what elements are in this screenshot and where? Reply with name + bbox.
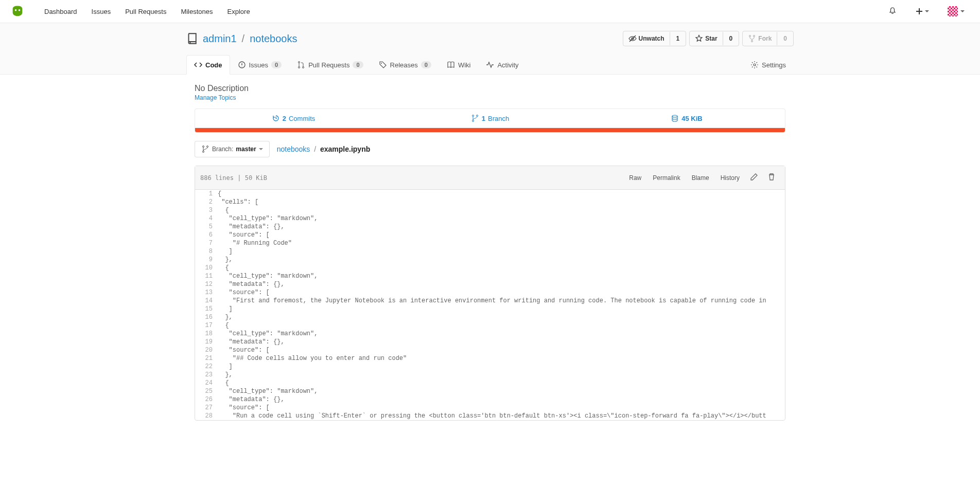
watch-button[interactable]: Unwatch 1	[623, 31, 687, 46]
line-number[interactable]: 17	[195, 321, 218, 330]
svg-point-3	[749, 35, 751, 37]
branch-dropdown[interactable]: Branch: master	[195, 141, 270, 157]
line-number[interactable]: 28	[195, 412, 218, 420]
line-content: "metadata": {},	[218, 223, 785, 231]
manage-topics-link[interactable]: Manage Topics	[195, 94, 236, 101]
svg-point-10	[381, 63, 382, 64]
nav-explore[interactable]: Explore	[220, 0, 257, 23]
notifications-icon[interactable]	[883, 7, 902, 16]
line-number[interactable]: 21	[195, 354, 218, 363]
svg-point-1	[19, 9, 21, 11]
size-link[interactable]: 45 KiB	[588, 109, 785, 128]
repo-owner-link[interactable]: admin1	[203, 33, 237, 45]
line-content: ]	[218, 305, 785, 313]
code-line: 22 ]	[195, 363, 785, 371]
branch-icon	[201, 145, 209, 153]
line-content: },	[218, 256, 785, 264]
line-number[interactable]: 20	[195, 346, 218, 354]
line-content: {	[218, 190, 785, 198]
file-meta: 886 lines | 50 KiB	[200, 174, 267, 182]
app-logo[interactable]	[10, 4, 25, 19]
fork-count[interactable]: 0	[777, 32, 793, 45]
user-menu[interactable]	[942, 6, 970, 16]
line-content: {	[218, 321, 785, 330]
line-content: },	[218, 371, 785, 379]
line-number[interactable]: 14	[195, 297, 218, 305]
star-button[interactable]: Star 0	[689, 31, 739, 46]
line-number[interactable]: 6	[195, 231, 218, 239]
book-icon	[447, 61, 455, 69]
line-number[interactable]: 3	[195, 206, 218, 214]
tab-code[interactable]: Code	[186, 55, 230, 75]
line-number[interactable]: 4	[195, 214, 218, 223]
code-line: 8 ]	[195, 247, 785, 256]
line-number[interactable]: 12	[195, 280, 218, 288]
line-number[interactable]: 23	[195, 371, 218, 379]
line-number[interactable]: 5	[195, 223, 218, 231]
line-number[interactable]: 19	[195, 338, 218, 346]
line-number[interactable]: 7	[195, 239, 218, 247]
repo-title: admin1 / notebooks	[186, 32, 297, 45]
nav-issues[interactable]: Issues	[84, 0, 118, 23]
tab-activity[interactable]: Activity	[478, 55, 526, 75]
nav-milestones[interactable]: Milestones	[173, 0, 220, 23]
code-icon	[194, 61, 202, 69]
line-number[interactable]: 15	[195, 305, 218, 313]
commits-count: 2	[283, 115, 286, 122]
line-content: "source": [	[218, 231, 785, 239]
tab-activity-label: Activity	[497, 61, 518, 69]
line-number[interactable]: 22	[195, 363, 218, 371]
line-content: "source": [	[218, 346, 785, 354]
breadcrumb-root[interactable]: notebooks	[277, 145, 310, 153]
language-bar[interactable]	[195, 128, 785, 133]
create-menu[interactable]	[910, 7, 934, 15]
nav-pull-requests[interactable]: Pull Requests	[118, 0, 173, 23]
branch-name: master	[236, 146, 256, 153]
line-number[interactable]: 24	[195, 379, 218, 387]
svg-point-17	[207, 146, 208, 148]
tab-pull-requests[interactable]: Pull Requests 0	[289, 55, 371, 75]
chevron-down-icon	[259, 147, 263, 151]
permalink-button[interactable]: Permalink	[647, 172, 685, 184]
line-number[interactable]: 26	[195, 395, 218, 404]
line-number[interactable]: 8	[195, 247, 218, 256]
svg-point-12	[472, 115, 474, 117]
repo-size: 45 KiB	[681, 115, 702, 122]
raw-button[interactable]: Raw	[624, 172, 646, 184]
line-number[interactable]: 9	[195, 256, 218, 264]
activity-icon	[486, 61, 494, 69]
pr-count-badge: 0	[353, 61, 363, 68]
code-line: 6 "source": [	[195, 231, 785, 239]
tab-settings-label: Settings	[762, 61, 786, 69]
watch-count[interactable]: 1	[670, 32, 686, 45]
line-number[interactable]: 1	[195, 190, 218, 198]
fork-button[interactable]: Fork 0	[742, 31, 794, 46]
line-number[interactable]: 13	[195, 288, 218, 297]
tab-issues[interactable]: Issues 0	[230, 55, 290, 75]
delete-button[interactable]	[763, 170, 780, 185]
tab-settings[interactable]: Settings	[743, 55, 794, 75]
line-content: ]	[218, 247, 785, 256]
tab-releases-label: Releases	[390, 61, 418, 69]
line-number[interactable]: 11	[195, 272, 218, 280]
commits-link[interactable]: 2 Commits	[195, 109, 392, 128]
code-line: 7 "# Running Code"	[195, 239, 785, 247]
code-line: 27 "source": [	[195, 404, 785, 412]
line-number[interactable]: 18	[195, 330, 218, 338]
nav-dashboard[interactable]: Dashboard	[37, 0, 84, 23]
branches-link[interactable]: 1 Branch	[392, 109, 588, 128]
repo-name-link[interactable]: notebooks	[250, 33, 297, 45]
tab-wiki[interactable]: Wiki	[439, 55, 479, 75]
history-button[interactable]: History	[715, 172, 745, 184]
tab-releases[interactable]: Releases 0	[371, 55, 439, 75]
slash: /	[242, 33, 245, 45]
edit-button[interactable]	[746, 170, 762, 185]
line-number[interactable]: 10	[195, 264, 218, 272]
code-line: 16 },	[195, 313, 785, 321]
line-number[interactable]: 27	[195, 404, 218, 412]
blame-button[interactable]: Blame	[687, 172, 714, 184]
star-count[interactable]: 0	[723, 32, 739, 45]
line-number[interactable]: 2	[195, 198, 218, 206]
line-number[interactable]: 25	[195, 387, 218, 395]
line-number[interactable]: 16	[195, 313, 218, 321]
